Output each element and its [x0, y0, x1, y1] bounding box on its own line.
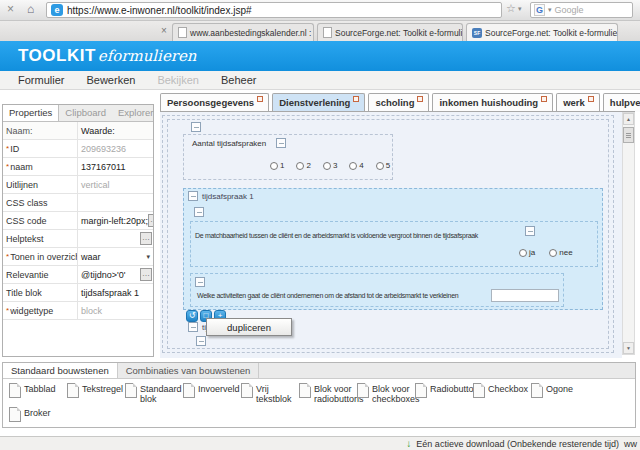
bouwsteen-checkbox[interactable]: Checkbox	[473, 383, 531, 404]
address-bar[interactable]: e https://www.e-inwoner.nl/toolkit/index…	[46, 2, 502, 18]
menu-formulier[interactable]: Formulier	[18, 74, 64, 86]
bouwsteen-standaard-blok[interactable]: Standaard blok	[125, 383, 183, 404]
document-icon	[9, 383, 21, 398]
bouwsteen-tekstregel[interactable]: Tekstregel	[67, 383, 125, 404]
property-name: Helptekst	[3, 234, 77, 244]
block-toggle-checkbox[interactable]	[276, 138, 286, 148]
duplicate-button[interactable]: ↺	[186, 310, 198, 322]
tab-label: Persoonsgegevens	[167, 97, 254, 108]
radio-option[interactable]: 2	[296, 161, 310, 170]
bouwsteen-radiobutton[interactable]: Radiobutton	[415, 383, 473, 404]
aantal-tijdsafspraken-block[interactable]: Aantal tijdsafspraken 1 2 3 4 5	[183, 134, 393, 180]
tab-dienstverlening[interactable]: Dienstverlening	[272, 93, 365, 112]
bouwsteen-label: Checkbox	[488, 383, 528, 404]
browser-tab-3[interactable]: SF SourceForge.net: Toolkit e-formulie..…	[466, 23, 618, 41]
radio-option[interactable]: 3	[323, 161, 337, 170]
google-icon[interactable]: G	[534, 4, 545, 16]
document-icon	[183, 383, 195, 398]
menu-beheer[interactable]: Beheer	[221, 74, 256, 86]
property-value[interactable]: @tijdno>'0'	[81, 270, 125, 280]
bouwsteen-ogone[interactable]: Ogone	[531, 383, 589, 404]
document-icon	[299, 383, 311, 398]
scroll-down-icon[interactable]: ▼	[623, 342, 634, 354]
scroll-up-icon[interactable]: ▲	[623, 113, 634, 125]
scrollbar-thumb[interactable]	[623, 127, 634, 143]
chevron-down-icon[interactable]: ▾	[518, 5, 522, 13]
tab-inkomen-huishouding[interactable]: inkomen huishouding	[432, 93, 553, 112]
star-icon[interactable]: ☆	[506, 2, 516, 15]
edit-ellipsis-button[interactable]: …	[148, 214, 153, 227]
dropdown-arrow-icon[interactable]: ▾	[146, 253, 150, 261]
tab-label: werk	[563, 97, 585, 108]
property-value[interactable]	[77, 194, 153, 211]
radio-icon[interactable]	[296, 162, 304, 170]
block-toggle-checkbox[interactable]	[188, 322, 198, 332]
property-row-tonen-in-overzicht: *Tonen in overzicht waar▾	[3, 248, 153, 266]
close-icon[interactable]: ×	[7, 2, 14, 16]
bouwsteen-blok-voor-checkboxes[interactable]: Blok voor checkboxes	[357, 383, 415, 404]
tab-standaard-bouwstenen[interactable]: Standaard bouwstenen	[3, 363, 118, 378]
tab-combinaties-van-bouwstenen[interactable]: Combinaties van bouwstenen	[118, 363, 260, 378]
activiteiten-question-block[interactable]: Welke activiteiten gaat de cliënt ondern…	[190, 273, 564, 307]
tab-modified-badge	[353, 96, 359, 102]
download-icon: ↓	[406, 438, 411, 449]
tijdsafspraak-1-section[interactable]: tijdsafspraak 1 De matchbaarheid tussen …	[183, 188, 603, 310]
block-toggle-checkbox[interactable]	[194, 207, 204, 217]
section-title: tijdsafspraak 1	[202, 192, 254, 201]
property-value[interactable]: waar	[81, 252, 101, 262]
tab-modified-badge	[417, 96, 423, 102]
property-value[interactable]: 137167011	[77, 158, 153, 175]
app-header: TOOLKITeformulieren	[0, 41, 640, 71]
block-toggle-checkbox[interactable]	[196, 336, 206, 346]
block-toggle-checkbox[interactable]	[191, 122, 201, 132]
property-value[interactable]: tijdsafspraak 1	[77, 284, 153, 301]
radio-option[interactable]: 4	[349, 161, 363, 170]
block-toggle-checkbox[interactable]	[525, 226, 535, 236]
matchbaarheid-question-block[interactable]: De matchbaarheid tussen de cliënt en de …	[190, 221, 598, 267]
bouwsteen-blok-voor-radiobuttons[interactable]: Blok voor radiobuttons	[299, 383, 357, 404]
bouwsteen-label: Standaard blok	[140, 383, 183, 404]
radio-icon[interactable]	[349, 162, 357, 170]
block-toggle-checkbox[interactable]	[195, 277, 205, 287]
answer-input[interactable]	[491, 289, 559, 302]
radio-icon[interactable]	[519, 249, 527, 257]
edit-ellipsis-button[interactable]: …	[140, 232, 152, 245]
tab-clipboard[interactable]: Clipboard	[59, 105, 112, 121]
browser-tab-2[interactable]: SourceForge.net: Toolkit e-formulie... ×	[317, 23, 463, 41]
tab-persoonsgegevens[interactable]: Persoonsgegevens	[160, 93, 269, 112]
search-input[interactable]: G ▾ Google	[530, 2, 633, 18]
browser-tab-1[interactable]: www.aanbestedingskalender.nl : De... ×	[172, 23, 314, 41]
property-value[interactable]: margin-left:20px;	[81, 216, 148, 226]
bouwsteen-vrij-tekstblok[interactable]: Vrij tekstblok	[241, 383, 299, 404]
block-toggle-checkbox[interactable]	[188, 191, 198, 201]
menu-bewerken[interactable]: Bewerken	[86, 74, 135, 86]
tab-modified-badge	[588, 96, 594, 102]
radio-icon[interactable]	[270, 162, 278, 170]
tab-properties[interactable]: Properties	[3, 105, 59, 121]
property-row-css-code: CSS code margin-left:20px;…	[3, 212, 153, 230]
radio-option[interactable]: 1	[270, 161, 284, 170]
radio-option[interactable]: 5	[376, 161, 390, 170]
vertical-scrollbar[interactable]: ▲ ▼	[622, 112, 635, 355]
home-icon[interactable]: ⌂	[27, 2, 34, 16]
chevron-down-icon[interactable]: ▾	[548, 6, 552, 14]
tab-werk[interactable]: werk	[556, 93, 600, 112]
radio-option-ja[interactable]: ja	[519, 248, 535, 257]
radio-icon[interactable]	[323, 162, 331, 170]
tooltip: dupliceren	[206, 318, 292, 336]
radio-icon[interactable]	[549, 249, 557, 257]
tab-explorer[interactable]: Explorer	[112, 105, 159, 121]
edit-ellipsis-button[interactable]: …	[140, 268, 152, 281]
close-tab-icon[interactable]: ×	[161, 25, 167, 36]
bouwsteen-invoerveld[interactable]: Invoerveld	[183, 383, 241, 404]
radio-option-nee[interactable]: nee	[549, 248, 572, 257]
bookmark-control[interactable]: ☆ ▾	[506, 2, 521, 15]
download-status-text[interactable]: Eén actieve download (Onbekende resteren…	[416, 439, 619, 449]
tab-modified-badge	[541, 96, 547, 102]
bouwsteen-tabblad[interactable]: Tabblad	[9, 383, 67, 404]
radio-icon[interactable]	[376, 162, 384, 170]
tab-hulpverlening[interactable]: hulpverlening	[603, 93, 640, 112]
bouwsteen-broker[interactable]: Broker	[9, 407, 67, 422]
tab-scholing[interactable]: scholing	[368, 93, 429, 112]
required-icon: *	[6, 162, 9, 171]
